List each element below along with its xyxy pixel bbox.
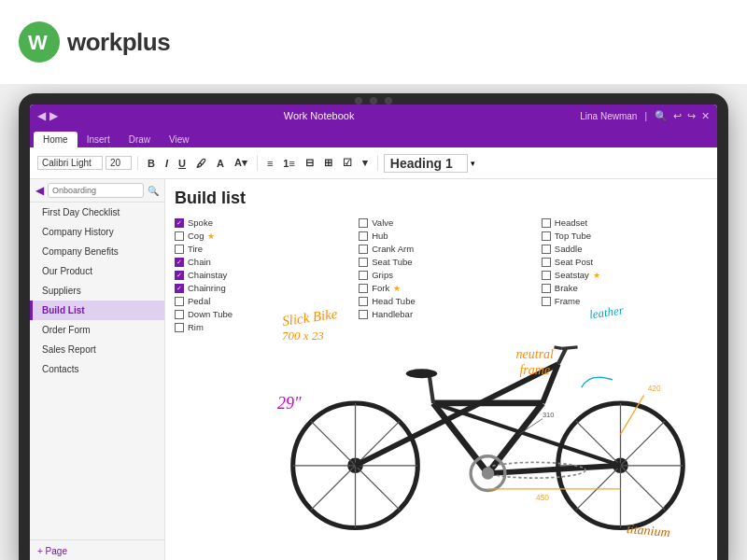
indent-button[interactable]: ⊟ — [302, 155, 317, 171]
page-content: Build list ✓ Spoke Cog ★ — [165, 179, 717, 560]
item-label: Top Tube — [555, 231, 591, 241]
item-label: Seat Tube — [372, 257, 412, 267]
checkbox-fork[interactable] — [359, 284, 368, 293]
ribbon-toolbar: Calibri Light 20 B I U 🖊 A A▾ ≡ 1≡ ⊟ ⊞ ☑… — [30, 147, 717, 179]
list-item: Brake — [542, 283, 708, 293]
checkbox-hub[interactable] — [359, 231, 368, 241]
item-label: Tire — [188, 244, 203, 254]
list-item: Grips — [359, 270, 523, 280]
font-color-button[interactable]: A — [213, 156, 228, 171]
checkbox-chainring[interactable]: ✓ — [175, 284, 184, 293]
font-name-field[interactable]: Calibri Light — [37, 156, 103, 170]
sidebar-item-build-list[interactable]: Build List — [30, 301, 164, 320]
underline-button[interactable]: U — [175, 156, 190, 171]
camera-dots — [355, 97, 392, 105]
onenote-title-bar: ◀ ▶ Work Notebook Lina Newman | 🔍 ↩ ↪ ✕ — [30, 105, 717, 127]
checkbox-seatstay[interactable] — [542, 271, 551, 280]
ribbon-tabs: Home Insert Draw View — [30, 127, 717, 147]
sidebar-item-company-benefits[interactable]: Company Benefits — [30, 242, 164, 261]
format-group: B I U 🖊 A A▾ — [144, 155, 258, 171]
tab-view[interactable]: View — [160, 132, 199, 147]
add-page-button[interactable]: + Page — [30, 539, 164, 560]
highlight-button[interactable]: 🖊 — [192, 156, 210, 171]
redo-icon[interactable]: ↪ — [687, 110, 696, 122]
checkbox-grips[interactable] — [359, 271, 368, 280]
sidebar-item-contacts[interactable]: Contacts — [30, 359, 164, 379]
heading-dropdown-icon[interactable]: ▾ — [471, 159, 475, 168]
checkbox-rim[interactable] — [175, 323, 184, 332]
item-label: Seat Post — [555, 257, 593, 267]
svg-text:420: 420 — [648, 384, 661, 393]
numbered-list-button[interactable]: 1≡ — [279, 156, 299, 171]
font-size-field[interactable]: 20 — [106, 156, 132, 170]
sidebar-item-our-product[interactable]: Our Product — [30, 261, 164, 281]
search-icon[interactable]: 🔍 — [655, 110, 668, 122]
checkbox-button[interactable]: ☑ — [339, 155, 356, 171]
checkbox-spoke[interactable]: ✓ — [175, 218, 184, 228]
top-bar: W workplus — [0, 0, 747, 84]
item-label: Brake — [555, 283, 578, 293]
sidebar: ◀ Onboarding 🔍 First Day Checklist Compa… — [30, 179, 165, 560]
checkbox-seatpost[interactable] — [542, 258, 551, 267]
sidebar-search-icon[interactable]: 🔍 — [148, 186, 159, 196]
sidebar-item-sales-report[interactable]: Sales Report — [30, 340, 164, 359]
item-label: Down Tube — [188, 309, 233, 319]
bullet-list-button[interactable]: ≡ — [263, 156, 276, 171]
checkbox-tire[interactable] — [175, 245, 184, 254]
list-item: Hub — [359, 231, 523, 241]
heading-select[interactable]: Heading 1 — [384, 154, 468, 173]
undo-icon[interactable]: ↩ — [673, 110, 682, 122]
checkbox-cog[interactable] — [175, 231, 184, 241]
neutral-frame-annotation: neutralframe — [516, 347, 554, 379]
list-item: Cog ★ — [175, 231, 340, 241]
checkbox-crankarm[interactable] — [359, 245, 368, 254]
logo: W workplus — [19, 21, 170, 63]
svg-text:450: 450 — [536, 493, 549, 502]
back-arrow-icon[interactable]: ◀ — [37, 109, 46, 122]
dropdown-button[interactable]: ▾ — [359, 155, 372, 171]
checkbox-saddle[interactable] — [542, 245, 551, 254]
checkbox-headset[interactable] — [542, 218, 551, 228]
bike-illustration: 450 420 310 Slick Bike 700 x 23 29" neut… — [277, 301, 698, 553]
checkbox-seattube[interactable] — [359, 258, 368, 267]
list-item: Seat Post — [542, 257, 708, 267]
bold-button[interactable]: B — [144, 156, 159, 171]
checkbox-brake[interactable] — [542, 284, 551, 293]
svg-line-17 — [488, 466, 621, 473]
checkbox-toptube[interactable] — [542, 231, 551, 241]
checkbox-pedal[interactable] — [175, 297, 184, 306]
checkbox-downtube[interactable] — [175, 310, 184, 319]
list-item: ✓ Chain — [175, 257, 340, 267]
item-label: Chainring — [188, 283, 226, 293]
device-frame: ◀ ▶ Work Notebook Lina Newman | 🔍 ↩ ↪ ✕ … — [19, 93, 728, 560]
tab-insert[interactable]: Insert — [78, 132, 120, 147]
italic-button[interactable]: I — [162, 156, 172, 171]
forward-arrow-icon[interactable]: ▶ — [49, 109, 58, 122]
svg-line-23 — [558, 348, 566, 364]
close-icon[interactable]: ✕ — [701, 110, 710, 122]
checkbox-valve[interactable] — [359, 218, 368, 228]
format-extra-button[interactable]: A▾ — [231, 155, 251, 171]
list-item: ✓ Spoke — [175, 217, 340, 228]
sidebar-item-order-form[interactable]: Order Form — [30, 320, 164, 340]
list-item: ✓ Chainstay — [175, 270, 340, 280]
tab-home[interactable]: Home — [34, 132, 78, 147]
item-label: Spoke — [188, 217, 213, 228]
star-icon: ★ — [393, 284, 401, 293]
checkbox-chain[interactable]: ✓ — [175, 258, 184, 267]
sidebar-item-suppliers[interactable]: Suppliers — [30, 281, 164, 301]
sidebar-item-first-day[interactable]: First Day Checklist — [30, 203, 164, 222]
item-label: Cog — [188, 231, 204, 241]
title-bar-right: Lina Newman | 🔍 ↩ ↪ ✕ — [580, 110, 710, 122]
item-label: Valve — [372, 217, 393, 228]
tab-draw[interactable]: Draw — [120, 132, 160, 147]
outdent-button[interactable]: ⊞ — [320, 155, 336, 171]
main-content: ◀ Onboarding 🔍 First Day Checklist Compa… — [30, 179, 717, 560]
list-item: Top Tube — [542, 231, 708, 241]
sidebar-search[interactable]: Onboarding — [48, 183, 144, 198]
svg-line-24 — [562, 347, 578, 349]
sidebar-back-icon[interactable]: ◀ — [35, 184, 44, 197]
svg-line-20 — [356, 364, 558, 466]
sidebar-item-company-history[interactable]: Company History — [30, 222, 164, 242]
checkbox-chainstay[interactable]: ✓ — [175, 271, 184, 280]
